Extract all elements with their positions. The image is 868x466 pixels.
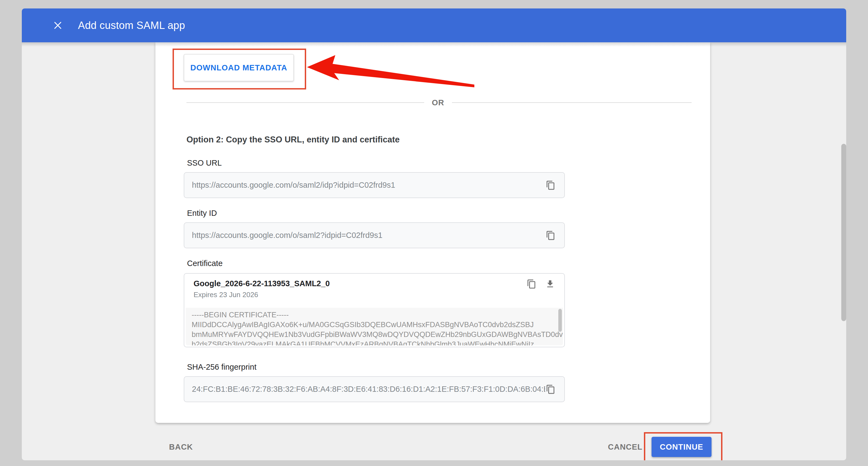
sso-url-field: https://accounts.google.com/o/saml2/idp?… bbox=[184, 172, 565, 198]
certificate-download-button[interactable] bbox=[545, 279, 556, 289]
add-custom-saml-app-dialog: Add custom SAML app DOWNLOAD METADATA OR… bbox=[22, 8, 846, 460]
certificate-scrollbar-thumb[interactable] bbox=[558, 309, 562, 332]
continue-label: CONTINUE bbox=[660, 442, 703, 452]
entity-id-field: https://accounts.google.com/o/saml2?idpi… bbox=[184, 222, 565, 248]
copy-icon bbox=[546, 231, 556, 240]
download-metadata-label: DOWNLOAD METADATA bbox=[190, 63, 287, 72]
or-label: OR bbox=[432, 98, 444, 107]
entity-id-value: https://accounts.google.com/o/saml2?idpi… bbox=[192, 231, 545, 240]
certificate-line: -----BEGIN CERTIFICATE----- bbox=[192, 310, 552, 320]
close-button[interactable] bbox=[50, 18, 65, 33]
copy-icon bbox=[527, 279, 536, 289]
certificate-body[interactable]: -----BEGIN CERTIFICATE----- MIIDdDCCAlyg… bbox=[186, 308, 563, 345]
download-icon bbox=[545, 279, 555, 289]
sha256-copy-button[interactable] bbox=[545, 384, 556, 395]
download-metadata-button[interactable]: DOWNLOAD METADATA bbox=[184, 54, 294, 81]
entity-id-copy-button[interactable] bbox=[545, 230, 556, 241]
copy-icon bbox=[546, 384, 556, 394]
certificate-name: Google_2026-6-22-113953_SAML2_0 bbox=[193, 279, 330, 288]
copy-icon bbox=[546, 180, 556, 190]
certificate-line: MIIDdDCCAlygAwIBAgIGAXo6K+u/MA0GCSqGSIb3… bbox=[192, 320, 552, 329]
or-divider: OR bbox=[186, 98, 692, 107]
sha256-value: 24:FC:B1:BE:46:72:78:3B:32:F6:AB:A4:8F:3… bbox=[192, 385, 545, 394]
dialog-header: Add custom SAML app bbox=[22, 8, 846, 42]
continue-button[interactable]: CONTINUE bbox=[652, 437, 712, 457]
certificate-line: bmMuMRYwFAYDVQQHEw1Nb3VudGFpbiBWaWV3MQ8w… bbox=[192, 329, 552, 340]
sso-url-value: https://accounts.google.com/o/saml2/idp?… bbox=[192, 181, 545, 190]
page-scrollbar-thumb[interactable] bbox=[841, 144, 846, 321]
certificate-expiry: Expires 23 Jun 2026 bbox=[193, 291, 258, 299]
dialog-title: Add custom SAML app bbox=[78, 20, 185, 31]
entity-id-label: Entity ID bbox=[187, 209, 217, 218]
sso-url-copy-button[interactable] bbox=[545, 180, 556, 191]
divider-line bbox=[452, 102, 692, 103]
certificate-card: Google_2026-6-22-113953_SAML2_0 Expires … bbox=[184, 273, 565, 347]
divider-line bbox=[186, 102, 424, 103]
close-icon bbox=[53, 20, 63, 31]
certificate-label: Certificate bbox=[187, 259, 223, 268]
page-background: Add custom SAML app DOWNLOAD METADATA OR… bbox=[0, 0, 868, 466]
cancel-button[interactable]: CANCEL bbox=[608, 441, 643, 453]
sha256-field: 24:FC:B1:BE:46:72:78:3B:32:F6:AB:A4:8F:3… bbox=[184, 376, 565, 402]
back-button[interactable]: BACK bbox=[169, 441, 193, 453]
certificate-line: b2dsZSBGb3IgV29yazELMAkGA1UEBhMCVVMxEzAR… bbox=[192, 340, 552, 345]
certificate-copy-button[interactable] bbox=[526, 279, 537, 289]
sso-url-label: SSO URL bbox=[187, 158, 222, 168]
sha256-label: SHA-256 fingerprint bbox=[187, 362, 256, 372]
option2-heading: Option 2: Copy the SSO URL, entity ID an… bbox=[186, 135, 400, 145]
